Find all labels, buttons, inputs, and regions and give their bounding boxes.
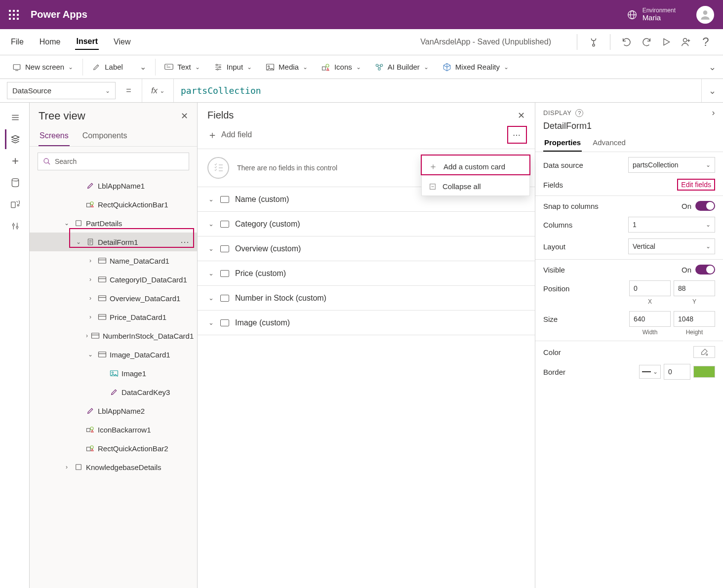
tab-properties[interactable]: Properties [543,136,582,152]
tab-components[interactable]: Components [81,128,128,146]
color-picker[interactable] [693,346,715,358]
chevron-right-icon[interactable]: › [86,257,95,264]
new-screen-button[interactable]: New screen ⌄ [7,60,79,74]
tree-item[interactable]: ›NumberInStock_DataCard1 [30,326,197,345]
screen-icon [74,463,83,471]
size-width-input[interactable]: 640 [629,311,671,327]
collapse-all-item[interactable]: Collapse all [422,177,529,196]
tree-search-input[interactable]: Search [38,153,189,170]
tab-advanced[interactable]: Advanced [592,136,627,152]
rail-advanced-tools[interactable] [5,216,25,236]
chevron-down-icon[interactable]: ⌄ [74,238,83,245]
tree-item[interactable]: ›Name_DataCard1 [30,251,197,270]
environment-picker[interactable]: Environment Maria [627,7,676,22]
visible-toggle[interactable] [695,265,715,274]
rail-insert[interactable]: + [5,151,25,171]
border-label: Border [543,368,565,376]
field-row[interactable]: ⌄Image (custom) [198,311,535,335]
tree-item[interactable]: ⌄Image_DataCard1 [30,345,197,364]
formula-expand-icon[interactable]: ⌄ [701,79,723,102]
tree-item[interactable]: ›KnowledgebaseDetails [30,458,197,476]
menu-insert[interactable]: Insert [75,34,99,50]
add-custom-card-label: Add a custom card [443,162,505,171]
text-button[interactable]: Text ⌄ [160,61,205,74]
chevron-right-icon[interactable]: › [86,314,95,320]
edit-fields-link[interactable]: Edit fields [677,179,715,191]
menu-view[interactable]: View [113,35,131,49]
chevron-right-icon[interactable]: › [86,295,95,302]
tree-item[interactable]: RectQuickActionBar2 [30,439,197,458]
field-row[interactable]: ⌄Number in Stock (custom) [198,286,535,311]
columns-select[interactable]: 1 ⌄ [628,217,715,233]
help-icon[interactable]: ? [575,109,583,117]
chevron-down-icon[interactable]: ⌄ [62,220,71,227]
field-row[interactable]: ⌄Category (custom) [198,212,535,236]
rail-tree-view[interactable] [5,129,25,149]
size-height-input[interactable]: 1048 [674,311,715,327]
add-custom-card-item[interactable]: ＋ Add a custom card [422,156,529,177]
tree-item[interactable]: RectQuickActionBar1 [30,195,197,214]
chevron-right-icon[interactable]: › [86,332,88,339]
label-button[interactable]: Label ⌄ [87,60,151,74]
data-source-select[interactable]: partsCollection ⌄ [628,157,715,173]
chevron-right-icon[interactable]: › [62,464,71,470]
chevron-down-icon[interactable]: ⌄ [86,351,95,358]
chevron-right-icon[interactable]: › [712,108,716,118]
width-sublabel: Width [629,329,671,336]
rail-media[interactable] [5,195,25,214]
border-color-swatch[interactable] [693,366,715,378]
undo-icon[interactable] [619,35,634,49]
formula-input[interactable]: partsCollection [174,79,701,102]
ai-builder-button[interactable]: AI Builder ⌄ [370,61,434,74]
ribbon-overflow-icon[interactable]: ⌄ [709,62,716,73]
tree-item[interactable]: LblAppName2 [30,401,197,420]
field-row[interactable]: ⌄Overview (custom) [198,236,535,261]
icons-button[interactable]: Icons ⌄ [317,61,366,74]
rail-hamburger[interactable] [5,108,25,127]
tree-item[interactable]: ⌄PartDetails [30,214,197,233]
tree-item[interactable]: LblAppName1 [30,176,197,195]
label-icon [86,406,95,415]
mixed-reality-button[interactable]: Mixed Reality ⌄ [438,61,514,74]
tree-item-label: DataCardKey3 [121,388,170,396]
tree-item[interactable]: ›CategoryID_DataCard1 [30,270,197,289]
svg-point-11 [268,66,270,67]
chevron-right-icon[interactable]: › [86,276,95,283]
close-icon[interactable]: ✕ [181,111,188,121]
property-selector[interactable]: DataSource ⌄ [7,82,116,99]
app-launcher-icon[interactable] [9,10,19,20]
tab-screens[interactable]: Screens [39,128,70,146]
border-style-select[interactable]: ⌄ [639,365,661,379]
redo-icon[interactable] [639,35,654,49]
title-bar: Power Apps Environment Maria [0,0,723,29]
tree-item[interactable]: DataCardKey3 [30,383,197,401]
snap-toggle[interactable] [695,201,715,211]
menu-home[interactable]: Home [39,35,62,49]
help-icon[interactable]: ? [698,35,713,49]
fx-button[interactable]: fx⌄ [142,79,174,102]
field-row[interactable]: ⌄Price (custom) [198,261,535,286]
media-button[interactable]: Media ⌄ [261,61,313,74]
tree-item[interactable]: Image1 [30,364,197,383]
tree-item[interactable]: ›Overview_DataCard1 [30,289,197,308]
app-checker-icon[interactable] [586,35,601,49]
svg-point-19 [17,204,19,206]
rail-data[interactable] [5,173,25,193]
border-width-input[interactable]: 0 [664,364,690,380]
play-icon[interactable] [659,35,674,49]
position-x-input[interactable]: 0 [629,280,671,296]
add-field-button[interactable]: ＋ Add field [207,128,252,142]
fields-more-button[interactable]: ⋯ [509,128,525,142]
user-avatar[interactable] [696,6,714,24]
share-icon[interactable] [679,35,693,49]
close-icon[interactable]: ✕ [518,110,525,121]
y-sublabel: Y [674,298,715,305]
position-y-input[interactable]: 88 [674,280,715,296]
menu-file[interactable]: File [10,35,25,49]
layout-select[interactable]: Vertical ⌄ [628,238,715,254]
tree-item[interactable]: ⌄DetailForm1 [30,233,197,251]
tree-item[interactable]: ›Price_DataCard1 [30,308,197,326]
tree-item[interactable]: IconBackarrow1 [30,420,197,439]
label-icon [86,181,95,190]
input-button[interactable]: Input ⌄ [209,61,257,74]
